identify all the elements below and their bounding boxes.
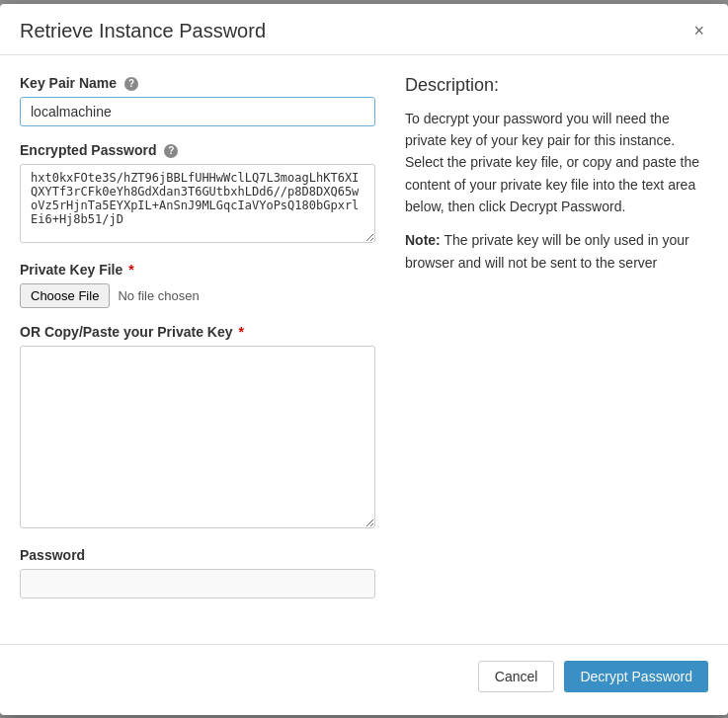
modal-dialog: Retrieve Instance Password × Key Pair Na… <box>0 4 728 715</box>
description-body: To decrypt your password you will need t… <box>405 108 708 218</box>
key-pair-name-help-icon[interactable]: ? <box>124 77 138 91</box>
key-pair-name-group: Key Pair Name ? <box>20 75 375 126</box>
right-panel: Description: To decrypt your password yo… <box>395 75 708 615</box>
encrypted-password-group: Encrypted Password ? hxt0kxFOte3S/hZT96j… <box>20 142 375 246</box>
choose-file-button[interactable]: Choose File <box>20 283 110 308</box>
close-button[interactable]: × <box>689 22 708 40</box>
private-key-file-label: Private Key File * <box>20 262 375 278</box>
password-group: Password <box>20 547 375 598</box>
left-panel: Key Pair Name ? Encrypted Password ? hxt… <box>20 75 375 615</box>
private-key-file-group: Private Key File * Choose File No file c… <box>20 262 375 308</box>
encrypted-password-label: Encrypted Password ? <box>20 142 375 158</box>
password-input[interactable] <box>20 569 375 598</box>
no-file-text: No file chosen <box>118 288 199 303</box>
modal-title: Retrieve Instance Password <box>20 20 266 42</box>
note-text: Note: The private key will be only used … <box>405 229 708 274</box>
private-key-file-required: * <box>128 262 133 278</box>
description-title: Description: <box>405 75 708 96</box>
key-pair-name-label: Key Pair Name ? <box>20 75 375 91</box>
modal-footer: Cancel Decrypt Password <box>0 644 728 708</box>
private-key-paste-label: OR Copy/Paste your Private Key * <box>20 324 375 340</box>
note-label: Note: <box>405 232 441 248</box>
cancel-button[interactable]: Cancel <box>478 661 555 692</box>
private-key-paste-group: OR Copy/Paste your Private Key * <box>20 324 375 531</box>
note-body: The private key will be only used in you… <box>405 232 689 270</box>
encrypted-password-textarea[interactable]: hxt0kxFOte3S/hZT96jBBLfUHHwWclLQ7L3moagL… <box>20 164 375 243</box>
modal-header: Retrieve Instance Password × <box>0 4 728 55</box>
file-input-wrapper: Choose File No file chosen <box>20 283 375 308</box>
modal-body: Key Pair Name ? Encrypted Password ? hxt… <box>0 55 728 635</box>
private-key-textarea[interactable] <box>20 346 375 528</box>
private-key-paste-required: * <box>238 324 243 340</box>
decrypt-password-button[interactable]: Decrypt Password <box>564 661 708 692</box>
key-pair-name-input[interactable] <box>20 97 375 126</box>
password-label: Password <box>20 547 375 563</box>
encrypted-password-help-icon[interactable]: ? <box>164 144 178 158</box>
modal-overlay: Retrieve Instance Password × Key Pair Na… <box>0 0 728 718</box>
